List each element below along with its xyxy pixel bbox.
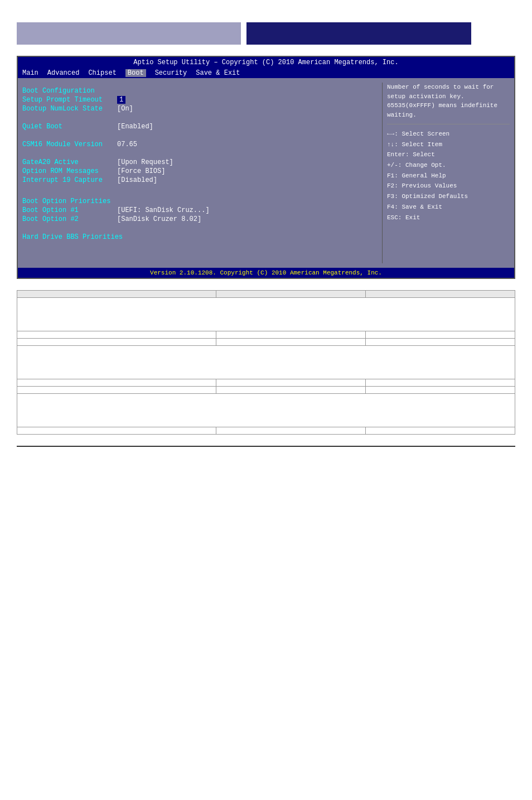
table-cell	[216, 339, 366, 346]
key-f3: F3: Optimized Defaults	[387, 191, 510, 202]
bios-help-divider	[387, 124, 510, 124]
boot-option2-value: [SanDisk Cruzer 8.02]	[117, 215, 201, 223]
table-row	[17, 427, 515, 435]
key-f2: F2: Previous Values	[387, 181, 510, 191]
col-header-1	[17, 291, 216, 298]
key-enter: Enter: Select	[387, 150, 510, 160]
bios-screenshot: Aptio Setup Utility – Copyright (C) 2010…	[17, 56, 515, 279]
key-esc: ESC: Exit	[387, 213, 510, 223]
bottom-divider	[17, 446, 515, 447]
bios-main-content: Boot Configuration Setup Prompt Timeout …	[18, 78, 514, 268]
header-left-bar	[17, 22, 241, 45]
table-cell	[216, 427, 366, 435]
boot-option1-label: Boot Option #1	[22, 206, 117, 214]
boot-option1-value: [UEFI: SanDisk Cruz...]	[117, 206, 210, 214]
table-cell	[17, 387, 216, 394]
bios-panel-divider	[382, 83, 383, 263]
table-cell	[366, 427, 515, 435]
table-row	[17, 387, 515, 394]
quiet-boot-label: Quiet Boot	[22, 123, 117, 131]
col-header-3	[366, 291, 515, 298]
data-table	[17, 290, 515, 435]
menu-advanced[interactable]: Advanced	[47, 69, 80, 77]
table-row	[17, 331, 515, 339]
table-row	[17, 339, 515, 346]
table-cell	[366, 387, 515, 394]
bios-help-text: Number of seconds to wait for setup acti…	[387, 83, 510, 119]
gatea20-value: [Upon Request]	[117, 158, 173, 166]
menu-save-exit[interactable]: Save & Exit	[196, 69, 240, 77]
option-rom-value: [Force BIOS]	[117, 167, 165, 175]
hard-drive-bbs-item[interactable]: Hard Drive BBS Priorities	[22, 233, 373, 241]
boot-config-header: Boot Configuration	[22, 87, 373, 95]
bootup-numlock-value: [On]	[117, 105, 133, 113]
table-row	[17, 394, 515, 427]
option-rom-item[interactable]: Option ROM Messages [Force BIOS]	[22, 167, 373, 175]
top-header	[17, 11, 515, 45]
key-select-item: ↑↓: Select Item	[387, 139, 510, 150]
bios-menubar: Main Advanced Chipset Boot Security Save…	[18, 68, 514, 78]
table-cell	[366, 379, 515, 387]
table-cell	[216, 331, 366, 339]
bootup-numlock-label: Bootup NumLock State	[22, 105, 117, 113]
boot-option2-item[interactable]: Boot Option #2 [SanDisk Cruzer 8.02]	[22, 215, 373, 223]
table-cell	[216, 379, 366, 387]
bios-left-panel: Boot Configuration Setup Prompt Timeout …	[22, 83, 378, 263]
bios-footer: Version 2.10.1208. Copyright (C) 2010 Am…	[18, 268, 514, 278]
quiet-boot-value: [Enabled]	[117, 123, 153, 131]
table-cell	[17, 427, 216, 435]
header-right-bar	[246, 22, 471, 45]
table-cell-wide-1	[17, 298, 515, 331]
hard-drive-bbs-label: Hard Drive BBS Priorities	[22, 233, 123, 241]
col-header-2	[216, 291, 366, 298]
boot-priorities-header: Boot Option Priorities	[22, 197, 373, 205]
menu-main[interactable]: Main	[22, 69, 38, 77]
interrupt19-value: [Disabled]	[117, 176, 157, 184]
gatea20-label: GateA20 Active	[22, 158, 117, 166]
table-header-row	[17, 291, 515, 298]
setup-prompt-value: 1	[117, 96, 125, 104]
boot-option1-item[interactable]: Boot Option #1 [UEFI: SanDisk Cruz...]	[22, 206, 373, 214]
bios-key-help: ←→: Select Screen ↑↓: Select Item Enter:…	[387, 129, 510, 223]
interrupt19-label: Interrupt 19 Capture	[22, 176, 117, 184]
menu-boot[interactable]: Boot	[125, 69, 146, 77]
csm16-label: CSM16 Module Version	[22, 141, 117, 148]
interrupt19-item[interactable]: Interrupt 19 Capture [Disabled]	[22, 176, 373, 184]
key-f4: F4: Save & Exit	[387, 202, 510, 213]
bios-right-panel: Number of seconds to wait for setup acti…	[387, 83, 510, 263]
table-cell-wide-2	[17, 346, 515, 379]
table-row	[17, 346, 515, 379]
setup-prompt-label: Setup Prompt Timeout	[22, 96, 117, 104]
menu-chipset[interactable]: Chipset	[88, 69, 116, 77]
table-cell	[366, 331, 515, 339]
table-cell	[17, 339, 216, 346]
gatea20-item[interactable]: GateA20 Active [Upon Request]	[22, 158, 373, 166]
option-rom-label: Option ROM Messages	[22, 167, 117, 175]
key-f1: F1: General Help	[387, 171, 510, 181]
key-select-screen: ←→: Select Screen	[387, 129, 510, 139]
table-row	[17, 379, 515, 387]
csm16-value: 07.65	[117, 141, 137, 148]
setup-prompt-timeout-item[interactable]: Setup Prompt Timeout 1	[22, 96, 373, 104]
csm16-version-item: CSM16 Module Version 07.65	[22, 141, 373, 148]
table-row	[17, 298, 515, 331]
table-cell	[216, 387, 366, 394]
table-cell-wide-3	[17, 394, 515, 427]
table-section	[17, 290, 515, 435]
table-cell	[17, 331, 216, 339]
key-change-opt: +/-: Change Opt.	[387, 160, 510, 171]
quiet-boot-item[interactable]: Quiet Boot [Enabled]	[22, 123, 373, 131]
bootup-numlock-item[interactable]: Bootup NumLock State [On]	[22, 105, 373, 113]
boot-option2-label: Boot Option #2	[22, 215, 117, 223]
table-cell	[366, 339, 515, 346]
menu-security[interactable]: Security	[155, 69, 187, 77]
table-cell	[17, 379, 216, 387]
bios-titlebar: Aptio Setup Utility – Copyright (C) 2010…	[18, 57, 514, 68]
